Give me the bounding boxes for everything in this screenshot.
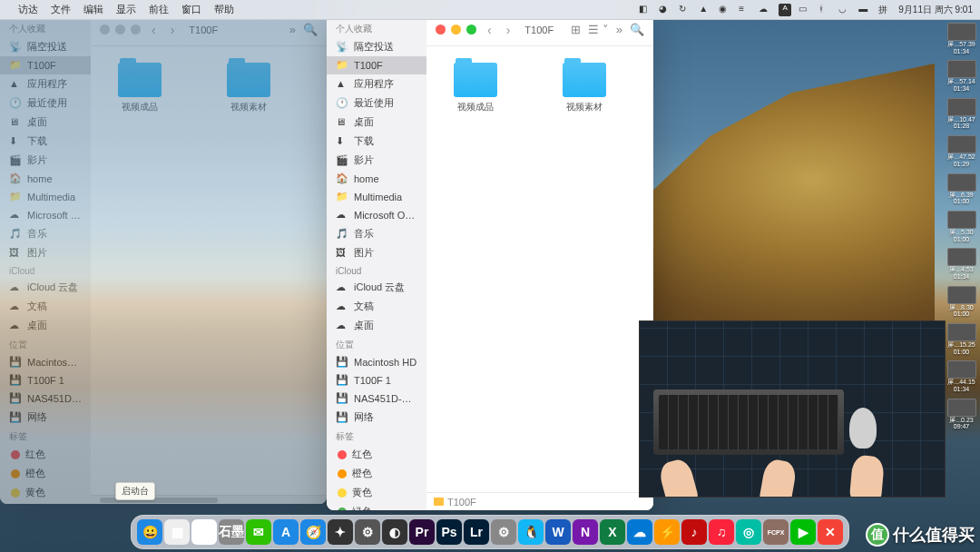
- sidebar-item-Multimedia[interactable]: 📁Multimedia: [327, 188, 426, 206]
- group-icon[interactable]: ☰ ˅: [588, 23, 609, 36]
- search-icon[interactable]: 🔍: [630, 23, 644, 36]
- sidebar-tag-红色[interactable]: 红色: [327, 445, 426, 464]
- status-icon-wechat[interactable]: ◕: [659, 4, 671, 16]
- status-icon-battery[interactable]: ▬: [858, 4, 871, 16]
- menu-window[interactable]: 窗口: [181, 3, 201, 16]
- sidebar-item-图片[interactable]: 🖼图片: [0, 243, 91, 262]
- dock-app-fcpx-lib[interactable]: FCPX: [763, 519, 789, 545]
- desktop-file-7[interactable]: 屏...8.30 01:00: [946, 286, 977, 318]
- sidebar-item-NAS451D-Shu...[interactable]: 💾NAS451D-Shu...: [0, 389, 91, 408]
- desktop-file-0[interactable]: 屏...57.39 01:34: [946, 23, 977, 54]
- minimize-button[interactable]: [451, 25, 461, 34]
- dock-app-word[interactable]: W: [545, 519, 571, 545]
- sidebar-item-Microsoft One...[interactable]: ☁Microsoft One...: [0, 206, 91, 224]
- sidebar-item-网络[interactable]: 💾网络: [327, 408, 426, 427]
- sidebar-item-T100F[interactable]: 📁T100F: [0, 56, 91, 74]
- close-button[interactable]: [436, 25, 446, 34]
- sidebar-item-home[interactable]: 🏠home: [327, 170, 426, 188]
- menu-finder[interactable]: 访达: [18, 3, 38, 16]
- sidebar-tag-黄色[interactable]: 黄色: [327, 483, 426, 502]
- sidebar-tag-绿色[interactable]: 绿色: [327, 502, 426, 510]
- status-icon-input[interactable]: 拼: [878, 4, 891, 16]
- dock-app-onedrive[interactable]: ☁: [627, 519, 652, 545]
- back-button-bg[interactable]: ‹: [148, 23, 160, 37]
- sidebar-item-最近使用[interactable]: 🕐最近使用: [327, 94, 426, 113]
- sidebar-item-网络[interactable]: 💾网络: [0, 408, 91, 427]
- sidebar-tag-黄色[interactable]: 黄色: [0, 483, 91, 502]
- sidebar-item-Microsoft One...[interactable]: ☁Microsoft One...: [327, 206, 426, 224]
- status-icon-1[interactable]: ◧: [639, 4, 652, 16]
- dock-app-launchpad[interactable]: ▦: [164, 519, 190, 545]
- sidebar-item-最近使用[interactable]: 🕐最近使用: [0, 94, 91, 113]
- menu-view[interactable]: 显示: [116, 3, 136, 16]
- dock-app-qq[interactable]: 🐧: [518, 519, 544, 545]
- dock-app-fcpx[interactable]: ✦: [328, 519, 353, 545]
- dock-app-chrome[interactable]: ◉: [191, 519, 217, 545]
- files-area[interactable]: 视频成品视频素材: [426, 46, 653, 492]
- path-bar[interactable]: T100F: [426, 492, 653, 510]
- sidebar-item-下载[interactable]: ⬇下载: [327, 132, 426, 151]
- chevron-icon[interactable]: »: [289, 23, 296, 36]
- dock-app-premiere[interactable]: Pr: [409, 519, 435, 545]
- desktop-file-1[interactable]: 屏...57.14 01:34: [946, 60, 977, 92]
- back-button[interactable]: ‹: [484, 23, 495, 37]
- finder-window-background[interactable]: 个人收藏📡隔空投送📁T100F▲应用程序🕐最近使用🖥桌面⬇下载🎬影片🏠home📁…: [0, 14, 327, 504]
- dock-app-thunder[interactable]: ⚡: [654, 519, 680, 545]
- status-icon-sync[interactable]: ↻: [679, 4, 691, 16]
- sidebar-item-音乐[interactable]: 🎵音乐: [0, 224, 91, 243]
- sidebar-item-图片[interactable]: 🖼图片: [327, 243, 426, 262]
- chevron-icon[interactable]: »: [616, 23, 622, 36]
- sidebar-item-Macintosh HD[interactable]: 💾Macintosh HD: [0, 353, 91, 371]
- file-item-视频成品[interactable]: 视频成品: [439, 63, 512, 113]
- file-item-视频素材[interactable]: 视频素材: [548, 63, 621, 113]
- view-icon[interactable]: ⊞: [571, 23, 581, 36]
- desktop-file-9[interactable]: 屏...44.15 01:34: [946, 360, 977, 392]
- dock-app-close[interactable]: ✕: [818, 519, 843, 545]
- dock-app-shimo[interactable]: 石墨: [219, 519, 244, 545]
- desktop-file-5[interactable]: 屏...5.30 01:00: [946, 211, 977, 242]
- dock-app-lightroom[interactable]: Lr: [464, 519, 489, 545]
- dock-app-compressor[interactable]: ⚙: [355, 519, 380, 545]
- dock-app-netease[interactable]: ♪: [681, 519, 707, 545]
- menu-file[interactable]: 文件: [51, 3, 71, 16]
- sidebar-tag-红色[interactable]: 红色: [0, 445, 91, 464]
- sidebar-item-音乐[interactable]: 🎵音乐: [327, 224, 426, 243]
- sidebar-item-NAS451D-Shu...[interactable]: 💾NAS451D-Shu...: [327, 389, 426, 408]
- sidebar-item-桌面[interactable]: 🖥桌面: [0, 113, 91, 132]
- traffic-lights-bg[interactable]: [100, 25, 141, 34]
- status-icon-adobe[interactable]: A: [779, 4, 791, 16]
- sidebar-item-隔空投送[interactable]: 📡隔空投送: [0, 37, 91, 56]
- status-icon-qq[interactable]: ◉: [719, 4, 731, 16]
- sidebar-item-文稿[interactable]: ☁文稿: [0, 297, 91, 316]
- maximize-button[interactable]: [466, 25, 476, 34]
- sidebar-tag-绿色[interactable]: 绿色: [0, 502, 91, 504]
- dock-app-finder[interactable]: 😀: [137, 519, 162, 545]
- status-icon-display[interactable]: ▭: [799, 4, 811, 16]
- sidebar-item-iCloud 云盘[interactable]: ☁iCloud 云盘: [327, 278, 426, 297]
- dock-app-davinci[interactable]: ◐: [382, 519, 407, 545]
- sidebar-item-T100F 1[interactable]: 💾T100F 1: [0, 371, 91, 389]
- sidebar-item-应用程序[interactable]: ▲应用程序: [0, 74, 91, 94]
- dock-app-wechat[interactable]: ✉: [246, 519, 271, 545]
- desktop-file-4[interactable]: 屏...6.39 01:00: [946, 173, 977, 205]
- menu-go[interactable]: 前往: [149, 3, 169, 16]
- status-icon-app[interactable]: ▲: [699, 4, 711, 16]
- sidebar-item-T100F 1[interactable]: 💾T100F 1: [327, 371, 426, 389]
- sidebar-item-影片[interactable]: 🎬影片: [0, 151, 91, 170]
- dock-app-music[interactable]: ♫: [709, 519, 734, 545]
- desktop-file-8[interactable]: 屏...15.25 01:00: [946, 323, 977, 355]
- desktop-file-6[interactable]: 屏...4.53 01:34: [946, 248, 977, 280]
- menu-edit[interactable]: 编辑: [83, 3, 103, 16]
- sidebar-item-影片[interactable]: 🎬影片: [327, 151, 426, 170]
- sidebar-item-T100F[interactable]: 📁T100F: [327, 56, 426, 74]
- sidebar-item-iCloud 云盘[interactable]: ☁iCloud 云盘: [0, 278, 91, 297]
- status-icon-wifi[interactable]: ◡: [838, 4, 851, 16]
- dock-app-iqiyi[interactable]: ▶: [790, 519, 816, 545]
- sidebar-item-桌面[interactable]: ☁桌面: [0, 316, 91, 335]
- sidebar-item-文稿[interactable]: ☁文稿: [327, 297, 426, 316]
- forward-button[interactable]: ›: [503, 23, 514, 37]
- menubar-clock[interactable]: 9月11日 周六 9:01: [898, 4, 973, 16]
- dock-app-onenote[interactable]: N: [573, 519, 598, 545]
- sidebar-item-Macintosh HD[interactable]: 💾Macintosh HD: [327, 353, 426, 371]
- video-preview-overlay[interactable]: [639, 320, 946, 498]
